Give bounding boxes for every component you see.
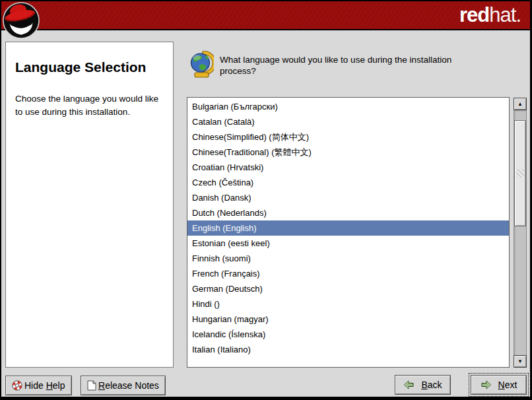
release-notes-button[interactable]: Release Notes xyxy=(81,376,166,395)
help-panel: Language Selection Choose the language y… xyxy=(5,42,174,368)
list-item[interactable]: Italian (Italiano) xyxy=(187,342,509,357)
list-item[interactable]: Hindi () xyxy=(187,296,509,312)
list-item[interactable]: Dutch (Nederlands) xyxy=(187,205,509,220)
wordmark-red: red xyxy=(459,3,489,26)
hide-help-label-pre: Hide xyxy=(24,380,46,391)
scroll-up-button[interactable]: ▲ xyxy=(514,98,527,110)
back-label-mnemonic: B xyxy=(421,380,427,390)
back-label-post: ack xyxy=(428,380,442,390)
document-icon xyxy=(87,380,96,391)
next-label: Next xyxy=(498,380,517,390)
scroll-down-icon: ▼ xyxy=(517,358,523,364)
wordmark-dot: . xyxy=(515,3,521,26)
back-arrow-icon xyxy=(403,380,415,389)
language-list[interactable]: Bulgarian (Български)Catalan (Català)Chi… xyxy=(187,97,510,368)
redhat-wordmark: redhat. xyxy=(459,1,521,30)
scrollbar[interactable]: ▲ ▼ xyxy=(514,98,527,368)
next-label-mnemonic: N xyxy=(498,380,505,390)
list-item[interactable]: Czech (Čeština) xyxy=(187,175,509,190)
help-text: Choose the language you would like to us… xyxy=(15,92,164,119)
list-item[interactable]: Bulgarian (Български) xyxy=(187,99,509,114)
next-arrow-icon xyxy=(481,380,492,389)
list-item[interactable]: Estonian (eesti keel) xyxy=(187,236,509,251)
list-item[interactable]: English (English) xyxy=(187,220,509,236)
page-title: Language Selection xyxy=(15,59,164,75)
hide-help-label-mnemonic: H xyxy=(46,380,53,391)
list-item[interactable]: Chinese(Simplified) (简体中文) xyxy=(187,129,509,145)
hide-help-label: Hide Help xyxy=(24,380,65,391)
next-button[interactable]: Next xyxy=(471,375,527,395)
header: redhat. xyxy=(1,1,530,30)
scrollbar-thumb[interactable] xyxy=(514,120,526,226)
release-notes-label-mnemonic: R xyxy=(98,380,105,391)
redhat-shadowman-logo xyxy=(2,1,40,40)
scrollbar-track[interactable] xyxy=(514,110,527,355)
release-notes-label-post: elease Notes xyxy=(105,380,159,391)
list-item[interactable]: Finnish (suomi) xyxy=(187,251,509,266)
list-item[interactable]: Icelandic (Íslenska) xyxy=(187,327,509,342)
list-item[interactable]: Hungarian (magyar) xyxy=(187,312,509,327)
list-item[interactable]: Chinese(Traditional) (繁體中文) xyxy=(187,145,509,160)
lifebuoy-icon xyxy=(12,380,22,391)
scroll-up-icon: ▲ xyxy=(517,101,523,107)
back-label: Back xyxy=(421,380,442,390)
list-item[interactable]: Danish (Dansk) xyxy=(187,190,509,205)
hide-help-label-post: elp xyxy=(53,380,65,391)
list-item[interactable]: German (Deutsch) xyxy=(187,281,509,296)
thumb-grip-icon xyxy=(516,169,524,178)
list-item[interactable]: French (Français) xyxy=(187,266,509,281)
question-text: What language would you like to use duri… xyxy=(220,54,463,77)
hide-help-button[interactable]: Hide Help xyxy=(5,376,72,395)
list-item[interactable]: Croatian (Hrvatski) xyxy=(187,160,509,175)
wordmark-hat: hat xyxy=(489,3,515,26)
list-item[interactable]: Catalan (Català) xyxy=(187,114,509,129)
release-notes-label: Release Notes xyxy=(98,380,159,391)
installer-window: redhat. Language Selection Choose the la… xyxy=(0,0,532,400)
scroll-down-button[interactable]: ▼ xyxy=(514,355,527,368)
globe-icon xyxy=(189,51,214,79)
next-label-post: ext xyxy=(505,380,517,390)
back-button[interactable]: Back xyxy=(395,375,451,395)
